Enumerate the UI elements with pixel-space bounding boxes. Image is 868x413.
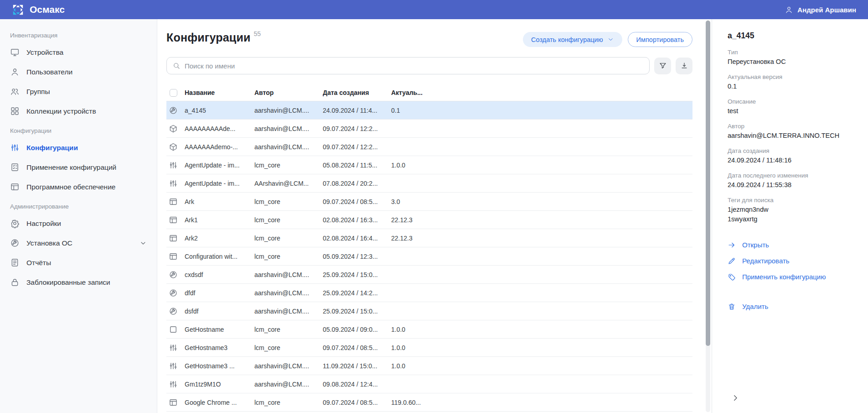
row-name: Google Chrome ... (185, 399, 254, 406)
row-name: GetHostname3 (185, 344, 254, 351)
action-tag[interactable]: Применить конфигурацию (728, 269, 854, 285)
field-value: 24.09.2024 / 11:48:16 (728, 156, 854, 165)
package-icon (169, 142, 178, 152)
row-version: 1.0.0 (391, 162, 437, 169)
detail-field: Дата создания24.09.2024 / 11:48:16 (728, 147, 854, 165)
sidebar-item-группы[interactable]: Группы (0, 82, 157, 101)
column-header-name[interactable]: Название (185, 89, 254, 96)
sidebar-item-устройства[interactable]: Устройства (0, 42, 157, 62)
table-row[interactable]: AgentUpdate - im...AArshavin@LCM...07.08… (166, 174, 692, 193)
row-version: 1.0.0 (391, 344, 437, 351)
detail-field: Авторaarshavin@LCM.TERRA.INNO.TECH (728, 123, 854, 141)
row-version: 119.0.60... (391, 399, 437, 406)
sidebar-item-отчёты[interactable]: Отчёты (0, 253, 157, 272)
table-row[interactable]: Google Chrome ...lcm_core09.07.2024 / 08… (166, 393, 692, 412)
table-row[interactable]: Arklcm_core09.07.2024 / 08:5...3.0 (166, 193, 692, 211)
row-name: GetHostname3 ... (185, 362, 254, 370)
sidebar-item-заблокированные-записи[interactable]: Заблокированные записи (0, 272, 157, 292)
software-icon (169, 252, 178, 261)
table-row[interactable]: Gm1tz9M1Oaarshavin@LCM....09.08.2024 / 1… (166, 375, 692, 393)
row-author: aarshavin@LCM.... (254, 107, 323, 114)
column-header-created[interactable]: Дата создания (323, 89, 391, 96)
import-button[interactable]: Импортировать (628, 32, 692, 47)
create-configuration-button[interactable]: Создать конфигурацию (523, 32, 622, 47)
table-row[interactable]: AAAAAAAdemo-...aarshavin@LCM....09.07.20… (166, 138, 692, 156)
row-created: 05.09.2024 / 12:3... (323, 253, 391, 260)
table-row[interactable]: GetHostname3lcm_core09.07.2024 / 08:5...… (166, 339, 692, 357)
sidebar-item-label: Коллекции устройств (26, 107, 96, 115)
field-value: 0.1 (728, 82, 854, 91)
scrollbar[interactable] (706, 20, 710, 412)
detail-panel: a_4145 ТипПереустановка ОСАктуальная вер… (712, 19, 868, 413)
sidebar-section-title: Администрирование (0, 197, 157, 214)
column-header-author[interactable]: Автор (254, 89, 323, 96)
table-row[interactable]: dsfdfaarshavin@LCM....25.09.2024 / 15:0.… (166, 302, 692, 320)
sidebar-item-пользователи[interactable]: Пользователи (0, 62, 157, 82)
sidebar-item-программное-обеспечение[interactable]: Программное обеспечение (0, 177, 157, 197)
sidebar-item-применение-конфигураций[interactable]: Применение конфигураций (0, 157, 157, 177)
software-icon (169, 197, 178, 206)
row-author: AArshavin@LCM... (254, 180, 323, 187)
export-button[interactable] (676, 58, 692, 74)
user-name: Андрей Аршавин (797, 6, 856, 14)
row-created: 25.09.2024 / 15:0... (323, 271, 391, 278)
detail-field: Описаниеtest (728, 98, 854, 116)
row-name: AgentUpdate - im... (185, 180, 254, 187)
sidebar-item-label: Пользователи (26, 68, 72, 76)
arrow-right-icon (728, 241, 736, 249)
user-menu[interactable]: Андрей Аршавин (785, 5, 856, 14)
table-row[interactable]: Configuration wit...lcm_core05.09.2024 /… (166, 247, 692, 266)
field-label: Теги для поиска (728, 197, 854, 204)
field-label: Тип (728, 49, 854, 56)
table-row[interactable]: AAAAAAAAAde...aarshavin@LCM....09.07.202… (166, 120, 692, 138)
table-row[interactable]: AgentUpdate - im...lcm_core05.08.2024 / … (166, 156, 692, 174)
sidebar-item-конфигурации[interactable]: Конфигурации (0, 138, 157, 157)
table-row[interactable]: a_4145aarshavin@LCM....24.09.2024 / 11:4… (166, 101, 692, 120)
sliders-icon (169, 179, 178, 188)
search-input[interactable] (185, 62, 644, 70)
row-author: aarshavin@LCM.... (254, 308, 323, 315)
table-row[interactable]: GetHostname3 ...aarshavin@LCM....11.09.2… (166, 357, 692, 375)
row-version: 1.0.0 (391, 326, 437, 333)
select-all-checkbox[interactable] (170, 89, 177, 97)
users-icon (10, 87, 20, 96)
row-name: AAAAAAAAAde... (185, 125, 254, 132)
user-icon (785, 5, 793, 14)
sidebar-item-настройки[interactable]: Настройки (0, 214, 157, 233)
grid-icon (10, 106, 20, 116)
row-created: 05.08.2024 / 11:5... (323, 162, 391, 169)
os-icon (169, 288, 178, 298)
action-arrow-right[interactable]: Открыть (728, 237, 854, 253)
sidebar: ИнвентаризацияУстройстваПользователиГруп… (0, 19, 157, 413)
row-author: aarshavin@LCM.... (254, 271, 323, 278)
software-icon (10, 182, 20, 192)
row-author: lcm_core (254, 253, 323, 260)
row-created: 09.07.2024 / 12:2... (323, 125, 391, 132)
table-row[interactable]: GetHostnamelcm_core05.09.2024 / 09:0...1… (166, 320, 692, 339)
collapse-panel-button[interactable] (731, 394, 739, 402)
table-row[interactable]: Ark1lcm_core02.08.2024 / 16:3...22.12.3 (166, 211, 692, 229)
funnel-icon (659, 62, 667, 70)
table-row[interactable]: cxdsdfaarshavin@LCM....25.09.2024 / 15:0… (166, 266, 692, 284)
row-created: 09.08.2024 / 12:4... (323, 381, 391, 388)
action-pencil[interactable]: Редактировать (728, 253, 854, 269)
row-author: lcm_core (254, 162, 323, 169)
row-author: lcm_core (254, 235, 323, 242)
brand[interactable]: Осмакс (12, 4, 65, 16)
row-name: Ark1 (185, 216, 254, 224)
sidebar-item-label: Отчёты (26, 259, 51, 267)
sidebar-item-коллекции-устройств[interactable]: Коллекции устройств (0, 101, 157, 121)
filter-button[interactable] (654, 58, 671, 74)
column-header-version[interactable]: Актуаль... (391, 89, 437, 96)
table-row[interactable]: dfdfaarshavin@LCM....25.09.2024 / 14:2..… (166, 284, 692, 302)
field-value: aarshavin@LCM.TERRA.INNO.TECH (728, 131, 854, 141)
software-icon (169, 215, 178, 225)
sidebar-item-установка-ос[interactable]: Установка ОС (0, 233, 157, 253)
square-icon (169, 325, 178, 334)
row-created: 09.07.2024 / 08:5... (323, 344, 391, 351)
scrollbar-thumb[interactable] (706, 21, 710, 346)
table-row[interactable]: Ark2lcm_core02.08.2024 / 16:4...22.12.3 (166, 229, 692, 247)
row-created: 11.09.2024 / 15:0... (323, 362, 391, 370)
os-icon (169, 270, 178, 279)
action-delete[interactable]: Удалить (728, 298, 854, 314)
